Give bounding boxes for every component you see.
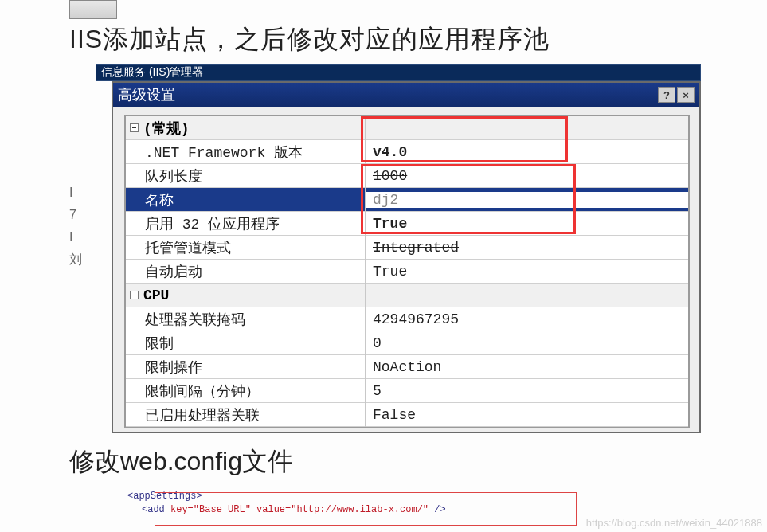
- prop-key: 限制操作: [142, 358, 365, 377]
- prop-queue-length[interactable]: 队列长度 1000: [126, 164, 688, 188]
- code-snippet: <appSettings> <add key="Base URL" value=…: [127, 490, 446, 517]
- prop-value[interactable]: v4.0: [365, 144, 688, 160]
- code-tag-open: <add: [127, 504, 170, 515]
- advanced-settings-dialog: 高级设置 ? × (常规) .NET Framework 版本 v4.0 队列长…: [112, 81, 701, 433]
- prop-value[interactable]: True: [365, 264, 688, 280]
- prop-key: 启用 32 位应用程序: [142, 214, 365, 233]
- prop-key: .NET Framework 版本: [142, 143, 365, 162]
- property-grid-container: (常规) .NET Framework 版本 v4.0 队列长度 1000 名称…: [113, 107, 699, 432]
- category-label: CPU: [142, 288, 169, 303]
- property-grid[interactable]: (常规) .NET Framework 版本 v4.0 队列长度 1000 名称…: [124, 115, 690, 428]
- prop-key: 限制: [142, 334, 365, 353]
- prop-key: 名称: [142, 190, 365, 209]
- parent-window-title: 信息服务 (IIS)管理器: [101, 65, 203, 80]
- watermark: https://blog.csdn.net/weixin_44021888: [586, 517, 762, 529]
- prop-value[interactable]: NoAction: [365, 359, 688, 375]
- prop-value[interactable]: True: [365, 216, 688, 232]
- help-button[interactable]: ?: [658, 87, 675, 103]
- column-separator: [365, 116, 366, 427]
- prop-key: 托管管道模式: [142, 238, 365, 257]
- prop-value[interactable]: 0: [365, 335, 688, 351]
- prop-affinity-mask[interactable]: 处理器关联掩码 4294967295: [126, 307, 688, 331]
- prop-value[interactable]: 4294967295: [365, 311, 688, 327]
- prop-key: 已启用处理器关联: [142, 405, 365, 424]
- prop-key: 自动启动: [142, 262, 365, 281]
- left-edge-fragments: I7I刘: [69, 182, 82, 271]
- category-cpu[interactable]: CPU: [126, 284, 688, 307]
- prop-net-framework[interactable]: .NET Framework 版本 v4.0: [126, 140, 688, 164]
- prop-key: 限制间隔（分钟）: [142, 381, 365, 401]
- prop-enable-32bit[interactable]: 启用 32 位应用程序 True: [126, 212, 688, 236]
- instruction-heading-1: IIS添加站点，之后修改对应的应用程序池: [69, 22, 550, 57]
- close-button[interactable]: ×: [677, 87, 695, 103]
- prop-value[interactable]: Integrated: [365, 240, 688, 256]
- prop-key: 处理器关联掩码: [142, 310, 365, 329]
- prop-pipeline-mode[interactable]: 托管管道模式 Integrated: [126, 236, 688, 260]
- code-line-1: <appSettings>: [127, 491, 202, 502]
- prop-affinity-enabled[interactable]: 已启用处理器关联 False: [126, 403, 688, 427]
- prop-limit-interval[interactable]: 限制间隔（分钟） 5: [126, 379, 688, 403]
- prop-value[interactable]: 1000: [365, 168, 688, 184]
- prop-value[interactable]: False: [365, 407, 688, 423]
- prop-limit[interactable]: 限制 0: [126, 331, 688, 355]
- dialog-titlebar: 高级设置 ? ×: [113, 83, 699, 107]
- dialog-title: 高级设置: [118, 85, 175, 104]
- prop-value[interactable]: 5: [365, 383, 688, 399]
- code-tag-close: />: [429, 504, 446, 515]
- collapse-icon[interactable]: [126, 291, 142, 299]
- prop-autostart[interactable]: 自动启动 True: [126, 260, 688, 284]
- code-attrs: key="Base URL" value="http://www.ilab-x.…: [170, 504, 429, 515]
- prop-value[interactable]: dj2: [365, 192, 688, 208]
- window-fragment: [69, 0, 117, 19]
- prop-name[interactable]: 名称 dj2: [126, 188, 688, 212]
- collapse-icon[interactable]: [126, 123, 142, 132]
- category-general[interactable]: (常规): [126, 116, 688, 140]
- category-label: (常规): [142, 119, 190, 138]
- prop-limit-action[interactable]: 限制操作 NoAction: [126, 355, 688, 379]
- parent-window-titlebar: 信息服务 (IIS)管理器: [96, 64, 701, 81]
- prop-key: 队列长度: [142, 166, 365, 186]
- instruction-heading-2: 修改web.config文件: [69, 444, 293, 479]
